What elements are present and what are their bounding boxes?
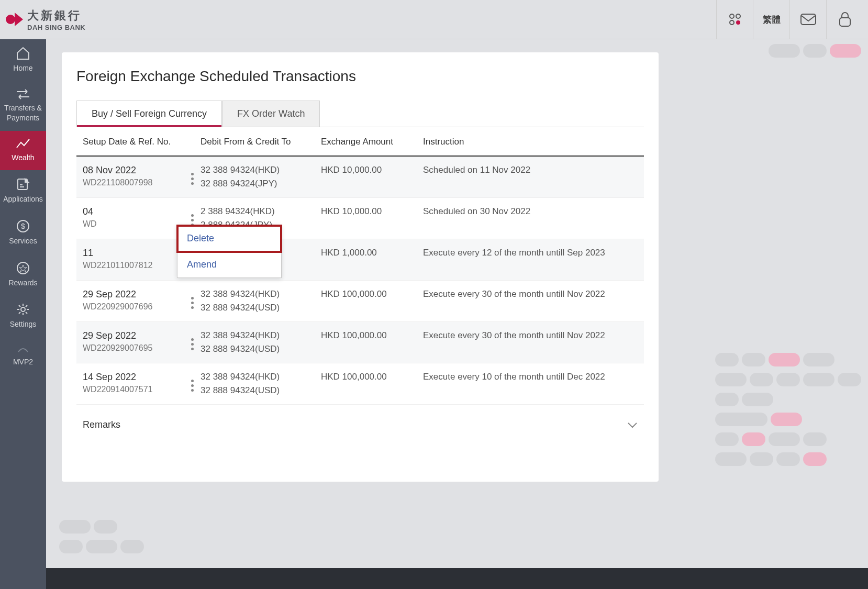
table-row[interactable]: 29 Sep 2022WD22092900769532 388 94324(HK… (76, 322, 644, 363)
row-debit-account: 32 388 94324(HKD) (201, 165, 321, 175)
row-actions-button[interactable] (186, 292, 198, 313)
menu-item-delete[interactable]: Delete (177, 226, 281, 252)
row-debit-account: 32 388 94324(HKD) (201, 372, 321, 382)
sidebar-item-label: Rewards (8, 278, 37, 288)
row-instruction: Scheduled on 11 Nov 2022 (423, 165, 638, 175)
row-amount: HKD 100,000.00 (321, 372, 423, 382)
footer-bar (46, 568, 868, 589)
services-icon: $ (16, 219, 30, 233)
row-amount: HKD 100,000.00 (321, 289, 423, 299)
mail-button[interactable] (789, 0, 826, 39)
row-ref: WD221011007812 (83, 261, 185, 270)
sidebar-item-label: Transfers & Payments (1, 103, 45, 124)
row-instruction: Execute every 30 of the month untill Nov… (423, 289, 638, 299)
transfers-icon (16, 88, 30, 100)
tab-buy-sell[interactable]: Buy / Sell Foreign Currency (76, 101, 222, 127)
col-header-setup-date: Setup Date & Ref. No. (83, 137, 201, 147)
sidebar-item-wealth[interactable]: Wealth (0, 131, 46, 171)
logo-text-en: DAH SING BANK (27, 24, 85, 31)
menu-item-amend[interactable]: Amend (177, 252, 281, 277)
sidebar-item-transfers[interactable]: Transfers & Payments (0, 81, 46, 131)
apps-grid-button[interactable] (716, 0, 753, 39)
col-header-exchange-amount: Exchange Amount (321, 137, 423, 147)
content-card: Foreign Exchange Scheduled Transactions … (62, 52, 659, 482)
row-debit-account: 2 388 94324(HKD) (201, 206, 321, 217)
svg-rect-7 (840, 18, 850, 26)
row-instruction: Execute every 12 of the month untill Sep… (423, 248, 638, 258)
row-ref: WD220929007695 (83, 343, 185, 353)
row-instruction: Execute every 30 of the month untill Nov… (423, 330, 638, 341)
sidebar-item-label: Wealth (12, 153, 34, 163)
svg-point-2 (730, 14, 734, 18)
rewards-icon (16, 261, 30, 275)
sidebar: Home Transfers & Payments Wealth Applica… (0, 39, 46, 589)
sidebar-item-home[interactable]: Home (0, 39, 46, 81)
row-actions-button[interactable] (186, 168, 198, 189)
applications-icon (16, 177, 30, 191)
lock-button[interactable] (826, 0, 863, 39)
sidebar-item-label: Settings (10, 319, 37, 330)
row-amount: HKD 1,000.00 (321, 248, 423, 258)
remarks-toggle[interactable]: Remarks (62, 410, 659, 430)
row-date: 11 (83, 248, 185, 259)
wealth-icon (16, 138, 30, 150)
row-credit-account: 32 888 94324(USD) (201, 344, 321, 354)
table-row[interactable]: 08 Nov 2022WD22110800799832 388 94324(HK… (76, 157, 644, 198)
tab-fx-order-watch[interactable]: FX Order Watch (222, 101, 320, 127)
logo-icon (5, 10, 23, 28)
transactions-table: Setup Date & Ref. No. Debit From & Credi… (76, 127, 644, 405)
row-amount: HKD 100,000.00 (321, 330, 423, 341)
sidebar-item-label: Services (9, 236, 37, 247)
mvp2-icon (17, 344, 29, 354)
row-credit-account: 32 888 94324(USD) (201, 303, 321, 313)
row-date: 29 Sep 2022 (83, 330, 185, 341)
remarks-label: Remarks (83, 419, 120, 430)
table-row[interactable]: 29 Sep 2022WD22092900769632 388 94324(HK… (76, 281, 644, 322)
row-ref: WD221108007998 (83, 178, 185, 187)
top-bar: 大新銀行 DAH SING BANK 繁體 (0, 0, 868, 39)
row-date: 04 (83, 206, 185, 217)
table-row[interactable]: 14 Sep 2022WD22091400757132 388 94324(HK… (76, 363, 644, 405)
svg-rect-6 (801, 14, 816, 25)
row-date: 29 Sep 2022 (83, 289, 185, 300)
svg-text:$: $ (21, 222, 25, 230)
sidebar-item-applications[interactable]: Applications (0, 170, 46, 212)
row-date: 14 Sep 2022 (83, 372, 185, 383)
row-ref: WD220929007696 (83, 302, 185, 312)
row-credit-account: 32 888 94324(JPY) (201, 179, 321, 189)
svg-point-0 (6, 15, 15, 24)
svg-point-3 (736, 14, 740, 18)
sidebar-item-mvp2[interactable]: MVP2 (0, 337, 46, 375)
svg-point-4 (730, 20, 734, 25)
col-header-instruction: Instruction (423, 137, 638, 147)
row-debit-account: 32 388 94324(HKD) (201, 289, 321, 299)
sidebar-item-settings[interactable]: Settings (0, 295, 46, 337)
sidebar-item-label: Home (13, 63, 32, 74)
row-amount: HKD 10,000.00 (321, 206, 423, 217)
row-amount: HKD 10,000.00 (321, 165, 423, 175)
sidebar-item-rewards[interactable]: Rewards (0, 254, 46, 296)
table-row[interactable]: 11WD2210110078122 388 94324(HKD)32 888 9… (76, 239, 644, 281)
row-actions-button[interactable] (186, 334, 198, 354)
sidebar-item-services[interactable]: $ Services (0, 212, 46, 254)
page-title: Foreign Exchange Scheduled Transactions (62, 68, 659, 101)
svg-marker-1 (15, 13, 23, 26)
language-toggle[interactable]: 繁體 (753, 0, 789, 39)
tab-bar: Buy / Sell Foreign Currency FX Order Wat… (62, 101, 659, 127)
row-credit-account: 32 888 94324(USD) (201, 385, 321, 396)
svg-point-5 (736, 20, 740, 25)
sidebar-item-label: MVP2 (13, 357, 33, 368)
row-date: 08 Nov 2022 (83, 165, 185, 176)
brand-logo: 大新銀行 DAH SING BANK (5, 8, 85, 31)
row-instruction: Execute every 10 of the month untill Dec… (423, 372, 638, 382)
row-ref: WD (83, 219, 185, 229)
chevron-down-icon (627, 422, 638, 428)
svg-point-12 (21, 307, 25, 312)
row-action-menu: Delete Amend (177, 225, 282, 278)
col-header-debit-credit: Debit From & Credit To (201, 137, 321, 147)
logo-text-cn: 大新銀行 (27, 8, 85, 24)
home-icon (16, 47, 30, 60)
table-row[interactable]: 04WD2 388 94324(HKD)2 888 94324(JPY)HKD … (76, 198, 644, 239)
row-debit-account: 32 388 94324(HKD) (201, 330, 321, 341)
row-actions-button[interactable] (186, 375, 198, 396)
